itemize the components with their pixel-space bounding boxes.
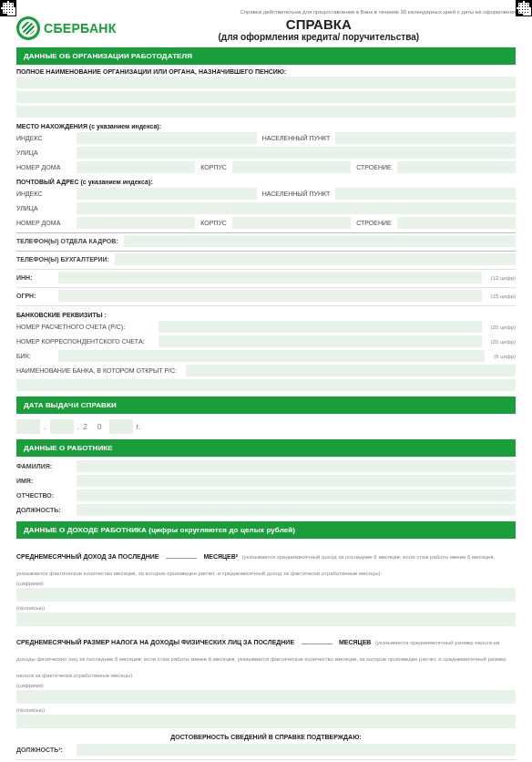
input-ogrn[interactable] [58, 290, 482, 302]
avg-income-label-1: СРЕДНЕМЕСЯЧНЫЙ ДОХОД ЗА ПОСЛЕДНИЕ [16, 553, 159, 560]
brand-logo: СБЕРБАНК [16, 16, 117, 40]
hint-20-1: (20 цифр) [491, 324, 516, 330]
year-prefix: 2 0 [83, 422, 106, 431]
hint-15: (15 цифр) [491, 293, 516, 299]
input-inn[interactable] [58, 272, 482, 283]
label-city2: НАСЕЛЕННЫЙ ПУНКТ [262, 190, 331, 197]
label-postal: ПОЧТОВЫЙ АДРЕС (с указанием индекса): [16, 179, 516, 185]
page-subtitle: (для оформления кредита/ поручительства) [122, 32, 516, 42]
brand-name: СБЕРБАНК [44, 21, 117, 36]
input-korpus[interactable] [232, 161, 351, 173]
logo-icon [16, 16, 40, 40]
label-house2: НОМЕР ДОМА [16, 220, 71, 226]
label-bank-name: НАИМЕНОВАНИЕ БАНКА, В КОТОРОМ ОТКРЫТ Р/С… [16, 367, 180, 374]
section-org: ДАННЫЕ ОБ ОРГАНИЗАЦИИ РАБОТОДАТЕЛЯ [16, 47, 516, 65]
label-index: ИНДЕКС [16, 135, 71, 141]
input-acc-phone[interactable] [115, 253, 516, 265]
input-index[interactable] [77, 132, 257, 144]
input-day[interactable] [16, 419, 40, 434]
label-rs: НОМЕР РАСЧЕТНОГО СЧЕТА (Р/С): [16, 324, 153, 330]
avg-tax-hint: (указывается среднемесячный размер налог… [16, 640, 506, 678]
label-inn: ИНН: [16, 274, 53, 281]
label-street: УЛИЦА [16, 149, 71, 156]
input-months-1[interactable] [166, 551, 197, 559]
input-building[interactable] [397, 161, 516, 173]
label-location: МЕСТО НАХОЖДЕНИЯ (с указанием индекса): [16, 123, 516, 129]
input-income-digits[interactable] [16, 588, 516, 602]
hint-20-2: (20 цифр) [491, 339, 516, 345]
label-city: НАСЕЛЕННЫЙ ПУНКТ [262, 135, 331, 141]
section-employee: ДАННЫЕ О РАБОТНИКЕ [16, 439, 516, 457]
input-month[interactable] [50, 419, 74, 434]
confirm-label: ДОСТОВЕРНОСТЬ СВЕДЕНИЙ В СПРАВКЕ ПОДТВЕР… [16, 734, 516, 740]
label-ks: НОМЕР КОРРЕСПОНДЕНТСКОГО СЧЕТА: [16, 338, 153, 345]
input-index2[interactable] [77, 188, 257, 200]
input-bank-name-2[interactable] [16, 379, 516, 391]
avg-tax-label-1: СРЕДНЕМЕСЯЧНЫЙ РАЗМЕР НАЛОГА НА ДОХОДЫ Ф… [16, 639, 294, 645]
label-position: ДОЛЖНОСТЬ: [16, 507, 71, 513]
input-name[interactable] [77, 475, 516, 487]
input-months-2[interactable] [302, 636, 332, 644]
label-words-1: (прописью) [16, 605, 516, 611]
qr-code-corner [0, 0, 16, 16]
qr-code-corner [516, 0, 532, 16]
input-street2[interactable] [77, 202, 516, 214]
input-korpus2[interactable] [232, 217, 351, 229]
input-city[interactable] [335, 132, 516, 144]
avg-tax-months: МЕСЯЦЕВ [339, 639, 371, 645]
input-year[interactable] [109, 419, 133, 434]
label-digits-1: (цифрами) [16, 581, 516, 586]
input-income-words[interactable] [16, 613, 516, 626]
label-building2: СТРОЕНИЕ [356, 220, 391, 226]
dot-2: . [77, 422, 80, 431]
year-suffix: г. [137, 422, 141, 431]
label-hr-phone: ТЕЛЕФОН(Ы) ОТДЕЛА КАДРОВ: [16, 238, 118, 244]
input-patronymic[interactable] [77, 489, 516, 501]
input-surname[interactable] [77, 460, 516, 472]
avg-income-months: МЕСЯЦЕВ² [203, 553, 238, 560]
label-name: ИМЯ: [16, 478, 71, 484]
input-rs[interactable] [159, 321, 482, 333]
input-org-name-2[interactable] [16, 91, 516, 103]
label-position2: ДОЛЖНОСТЬ³: [16, 747, 71, 753]
input-house2[interactable] [77, 217, 195, 229]
label-bik: БИК: [16, 353, 53, 359]
input-org-name-3[interactable] [16, 106, 516, 118]
label-acc-phone: ТЕЛЕФОН(Ы) БУХГАЛТЕРИИ: [16, 256, 109, 263]
input-city2[interactable] [335, 188, 516, 200]
hint-12: (12 цифр) [491, 275, 516, 281]
label-house: НОМЕР ДОМА [16, 164, 71, 170]
input-house[interactable] [77, 161, 195, 173]
input-bank-name[interactable] [186, 365, 516, 376]
input-ks[interactable] [159, 335, 482, 347]
input-hr-phone[interactable] [124, 235, 516, 247]
input-tax-digits[interactable] [16, 690, 516, 704]
section-income: ДАННЫЕ О ДОХОДЕ РАБОТНИКА (цифры округля… [16, 521, 516, 539]
validity-note: Справка действительна для предоставления… [16, 9, 516, 15]
dot-1: . [44, 422, 46, 431]
input-tax-words[interactable] [16, 715, 516, 728]
input-org-name-1[interactable] [16, 77, 516, 88]
input-bik[interactable] [58, 350, 485, 362]
label-full-org-name: ПОЛНОЕ НАИМЕНОВАНИЕ ОРГАНИЗАЦИИ ИЛИ ОРГА… [16, 68, 516, 75]
input-position[interactable] [77, 504, 516, 516]
hint-9: (9 цифр) [494, 354, 516, 359]
input-position2[interactable] [77, 744, 516, 756]
label-index2: ИНДЕКС [16, 190, 71, 197]
label-surname: ФАМИЛИЯ: [16, 463, 71, 469]
label-words-2: (прописью) [16, 707, 516, 713]
label-building: СТРОЕНИЕ [356, 164, 391, 170]
label-korpus: КОРПУС [200, 164, 227, 170]
section-date: ДАТА ВЫДАЧИ СПРАВКИ [16, 396, 516, 414]
page-title: СПРАВКА [122, 16, 516, 32]
label-street2: УЛИЦА [16, 205, 71, 211]
label-patronymic: ОТЧЕСТВО: [16, 492, 71, 499]
label-bank-req: БАНКОВСКИЕ РЕКВИЗИТЫ : [16, 312, 516, 318]
label-digits-2: (цифрами) [16, 683, 516, 688]
input-building2[interactable] [397, 217, 516, 229]
label-ogrn: ОГРН: [16, 293, 53, 299]
label-korpus2: КОРПУС [200, 220, 227, 226]
input-street[interactable] [77, 147, 516, 159]
